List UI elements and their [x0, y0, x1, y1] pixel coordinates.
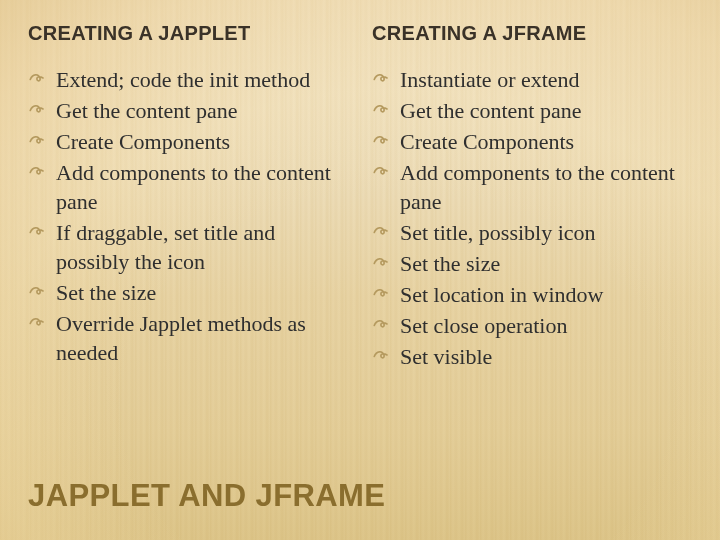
list-item: Get the content pane — [28, 96, 348, 125]
flourish-icon — [28, 313, 46, 331]
list-item: Create Components — [28, 127, 348, 156]
flourish-icon — [372, 346, 390, 364]
list-item-text: Set the size — [400, 251, 500, 276]
list-item-text: Instantiate or extend — [400, 67, 580, 92]
flourish-icon — [372, 131, 390, 149]
list-item-text: Set the size — [56, 280, 156, 305]
list-item-text: Get the content pane — [56, 98, 237, 123]
list-item: Set close operation — [372, 311, 692, 340]
list-item-text: Set title, possibly icon — [400, 220, 596, 245]
list-item: Override Japplet methods as needed — [28, 309, 348, 367]
left-column: CREATING A JAPPLET Extend; code the init… — [28, 22, 348, 460]
list-item-text: If draggable, set title and possibly the… — [56, 220, 275, 274]
list-item-text: Add components to the content pane — [400, 160, 675, 214]
flourish-icon — [372, 315, 390, 333]
list-item: If draggable, set title and possibly the… — [28, 218, 348, 276]
list-item: Add components to the content pane — [372, 158, 692, 216]
flourish-icon — [372, 284, 390, 302]
right-column-title: CREATING A JFRAME — [372, 22, 692, 45]
list-item: Set location in window — [372, 280, 692, 309]
left-column-title: CREATING A JAPPLET — [28, 22, 348, 45]
flourish-icon — [372, 162, 390, 180]
left-bullet-list: Extend; code the init method Get the con… — [28, 65, 348, 369]
list-item-text: Create Components — [400, 129, 574, 154]
slide-footer-title: JAPPLET AND JFRAME — [28, 478, 692, 514]
right-column: CREATING A JFRAME Instantiate or extend … — [372, 22, 692, 460]
list-item: Set title, possibly icon — [372, 218, 692, 247]
list-item: Create Components — [372, 127, 692, 156]
flourish-icon — [28, 222, 46, 240]
list-item-text: Add components to the content pane — [56, 160, 331, 214]
flourish-icon — [28, 100, 46, 118]
list-item-text: Override Japplet methods as needed — [56, 311, 306, 365]
list-item: Instantiate or extend — [372, 65, 692, 94]
flourish-icon — [28, 131, 46, 149]
list-item: Add components to the content pane — [28, 158, 348, 216]
slide: CREATING A JAPPLET Extend; code the init… — [0, 0, 720, 540]
list-item: Set the size — [372, 249, 692, 278]
flourish-icon — [372, 253, 390, 271]
flourish-icon — [28, 69, 46, 87]
two-column-layout: CREATING A JAPPLET Extend; code the init… — [28, 22, 692, 460]
list-item-text: Get the content pane — [400, 98, 581, 123]
list-item: Set visible — [372, 342, 692, 371]
flourish-icon — [372, 100, 390, 118]
list-item: Get the content pane — [372, 96, 692, 125]
list-item-text: Extend; code the init method — [56, 67, 310, 92]
flourish-icon — [372, 222, 390, 240]
right-bullet-list: Instantiate or extend Get the content pa… — [372, 65, 692, 373]
flourish-icon — [28, 282, 46, 300]
flourish-icon — [372, 69, 390, 87]
list-item: Set the size — [28, 278, 348, 307]
list-item: Extend; code the init method — [28, 65, 348, 94]
flourish-icon — [28, 162, 46, 180]
list-item-text: Create Components — [56, 129, 230, 154]
list-item-text: Set close operation — [400, 313, 567, 338]
list-item-text: Set location in window — [400, 282, 603, 307]
list-item-text: Set visible — [400, 344, 492, 369]
